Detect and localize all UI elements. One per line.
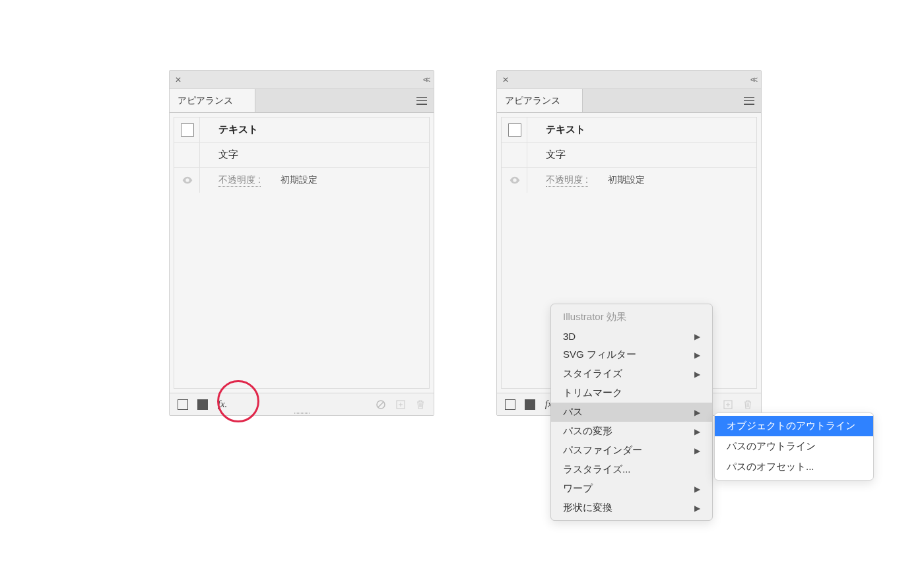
list-item[interactable]: 文字: [502, 143, 756, 168]
panel-tabs: アピアランス: [497, 89, 761, 113]
panel-footer: fx.: [170, 393, 434, 415]
close-icon[interactable]: ✕: [502, 75, 509, 84]
menu-item-label: パスの変形: [563, 425, 612, 438]
panel-body: テキスト 文字 不透明度 : 初期設定: [170, 113, 434, 393]
list-item[interactable]: テキスト: [502, 117, 756, 143]
submenu-item-label: パスのオフセット...: [727, 461, 814, 473]
chevron-right-icon: ▶: [694, 484, 700, 494]
tab-label: アピアランス: [178, 95, 233, 107]
thumbnail-swatch: [181, 123, 194, 137]
visibility-col[interactable]: [178, 176, 197, 184]
tab-spacer: [583, 89, 737, 112]
visibility-col: [506, 123, 524, 137]
menu-item-label: パスファインダー: [563, 444, 642, 457]
duplicate-button[interactable]: [721, 398, 735, 411]
submenu-item[interactable]: パスのオフセット...: [715, 457, 873, 477]
visibility-col: [178, 123, 197, 137]
add-fill-button[interactable]: [196, 398, 209, 411]
menu-item-label: SVG フィルター: [563, 348, 636, 361]
list-item[interactable]: 不透明度 : 初期設定: [502, 168, 756, 193]
menu-item[interactable]: トリムマーク: [551, 383, 712, 403]
menu-item[interactable]: スタイライズ▶: [551, 364, 712, 383]
plus-box-icon: [723, 399, 733, 410]
add-stroke-button[interactable]: [504, 398, 517, 411]
tab-label: アピアランス: [505, 95, 560, 107]
list-item[interactable]: 文字: [174, 143, 429, 168]
tab-spacer: [255, 89, 410, 112]
no-symbol-icon: [376, 399, 386, 410]
fill-swatch-icon: [525, 399, 535, 410]
plus-box-icon: [395, 399, 406, 410]
item-title: テキスト: [530, 123, 585, 136]
delete-button[interactable]: [414, 398, 427, 411]
resize-grip[interactable]: [282, 413, 321, 415]
panel-titlebar: ✕ <<: [170, 71, 434, 89]
list-item[interactable]: テキスト: [174, 117, 429, 143]
add-effect-button[interactable]: fx.: [216, 398, 229, 411]
delete-button[interactable]: [741, 398, 754, 411]
chevron-right-icon: ▶: [694, 408, 700, 417]
add-fill-button[interactable]: [523, 398, 537, 411]
close-icon[interactable]: ✕: [175, 75, 182, 84]
chevron-right-icon: ▶: [694, 427, 700, 436]
menu-item-label: ラスタライズ...: [563, 463, 631, 476]
opacity-label[interactable]: 不透明度 :: [546, 174, 588, 187]
chevron-right-icon: ▶: [694, 332, 700, 341]
visibility-col[interactable]: [506, 176, 524, 184]
eye-icon: [510, 176, 520, 184]
item-title: テキスト: [203, 123, 258, 136]
menu-item[interactable]: SVG フィルター▶: [551, 345, 712, 364]
chevron-right-icon: ▶: [694, 350, 700, 360]
panel-menu-button[interactable]: [410, 89, 434, 112]
menu-item[interactable]: ワープ▶: [551, 479, 712, 498]
divider: [527, 117, 527, 142]
trash-icon: [415, 399, 426, 410]
submenu-item-label: オブジェクトのアウトライン: [727, 420, 855, 432]
list-item[interactable]: 不透明度 : 初期設定: [174, 168, 429, 193]
char-label: 文字: [530, 149, 566, 161]
appearance-panel-left: ✕ << アピアランス テキスト: [169, 70, 434, 416]
stroke-swatch-icon: [178, 399, 188, 410]
collapse-icon[interactable]: <<: [750, 75, 756, 84]
path-submenu: オブジェクトのアウトラインパスのアウトラインパスのオフセット...: [714, 413, 874, 480]
menu-item[interactable]: パスの変形▶: [551, 422, 712, 441]
submenu-item[interactable]: パスのアウトライン: [715, 436, 873, 457]
menu-item-label: 形状に変換: [563, 502, 612, 514]
stroke-swatch-icon: [505, 399, 515, 410]
submenu-item[interactable]: オブジェクトのアウトライン: [715, 416, 873, 436]
opacity-value[interactable]: 初期設定: [608, 174, 645, 186]
fill-swatch-icon: [197, 399, 208, 410]
menu-item[interactable]: パスファインダー▶: [551, 441, 712, 460]
hamburger-icon: [416, 97, 427, 105]
chevron-right-icon: ▶: [694, 370, 700, 379]
tab-appearance[interactable]: アピアランス: [497, 89, 583, 112]
thumbnail-swatch: [508, 123, 521, 137]
appearance-list: テキスト 文字 不透明度 : 初期設定: [174, 117, 430, 389]
menu-item-label: パス: [563, 406, 583, 418]
chevron-right-icon: ▶: [694, 504, 700, 513]
hamburger-icon: [744, 97, 754, 105]
tab-appearance[interactable]: アピアランス: [170, 89, 255, 112]
char-label: 文字: [203, 149, 238, 161]
menu-item-label: ワープ: [563, 482, 593, 495]
stage: ✕ << アピアランス テキスト: [0, 0, 924, 563]
divider: [199, 143, 200, 167]
menu-item[interactable]: 形状に変換▶: [551, 498, 712, 517]
menu-item[interactable]: パス▶: [551, 403, 712, 422]
fx-label: fx.: [218, 399, 228, 410]
add-stroke-button[interactable]: [176, 398, 189, 411]
menu-item[interactable]: 3D▶: [551, 327, 712, 345]
divider: [527, 168, 527, 193]
collapse-icon[interactable]: <<: [423, 75, 428, 84]
opacity-label[interactable]: 不透明度 :: [218, 174, 261, 187]
divider: [527, 143, 527, 167]
clear-appearance-button[interactable]: [374, 398, 387, 411]
opacity-value[interactable]: 初期設定: [280, 174, 317, 186]
trash-icon: [742, 399, 753, 410]
duplicate-button[interactable]: [394, 398, 407, 411]
submenu-item-label: パスのアウトライン: [727, 440, 816, 453]
menu-item[interactable]: ラスタライズ...: [551, 460, 712, 479]
eye-icon: [182, 176, 193, 184]
panel-menu-button[interactable]: [737, 89, 761, 112]
menu-item-label: 3D: [563, 331, 576, 342]
